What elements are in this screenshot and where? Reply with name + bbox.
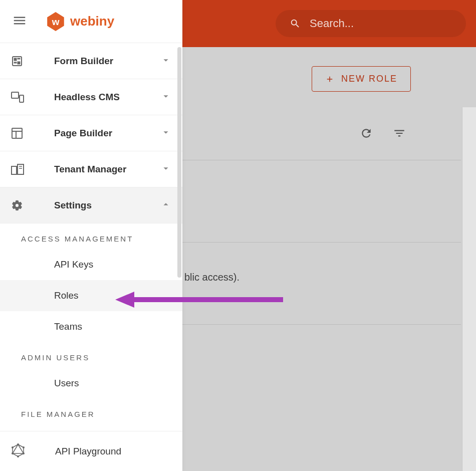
sidebar-item-label: Page Builder bbox=[54, 128, 112, 139]
section-file-manager: FILE MANAGER bbox=[0, 399, 182, 424]
webiny-logo-icon: w bbox=[45, 11, 66, 32]
footer-label: API Playground bbox=[55, 446, 121, 457]
sidebar-item-page-builder[interactable]: Page Builder bbox=[0, 115, 182, 151]
tenant-manager-icon bbox=[11, 164, 25, 175]
sidebar-item-label: Tenant Manager bbox=[54, 164, 126, 175]
svg-rect-5 bbox=[14, 62, 17, 63]
sidebar-header: w webiny bbox=[0, 0, 182, 43]
svg-rect-12 bbox=[12, 166, 17, 174]
hamburger-button[interactable] bbox=[12, 13, 27, 30]
svg-rect-13 bbox=[18, 164, 24, 174]
sidebar-subitem-roles[interactable]: Roles bbox=[0, 280, 182, 311]
sidebar-item-label: Headless CMS bbox=[54, 92, 120, 103]
svg-point-18 bbox=[23, 446, 25, 448]
svg-rect-9 bbox=[12, 128, 22, 138]
svg-text:w: w bbox=[52, 17, 60, 27]
chevron-down-icon bbox=[160, 55, 171, 68]
headless-cms-icon bbox=[11, 92, 25, 103]
form-builder-icon bbox=[11, 55, 25, 67]
chevron-down-icon bbox=[160, 91, 171, 104]
scrollbar[interactable] bbox=[177, 47, 181, 278]
chevron-up-icon bbox=[160, 199, 171, 212]
modal-overlay bbox=[182, 47, 476, 471]
brand-name: webiny bbox=[70, 14, 114, 29]
svg-rect-7 bbox=[12, 92, 19, 98]
svg-rect-4 bbox=[18, 58, 20, 59]
svg-rect-6 bbox=[18, 62, 20, 64]
section-admin-users: ADMIN USERS bbox=[0, 342, 182, 368]
sidebar-subitem-teams[interactable]: Teams bbox=[0, 311, 182, 342]
graphql-icon bbox=[11, 443, 25, 459]
svg-rect-8 bbox=[20, 95, 24, 102]
sidebar-footer-api-playground[interactable]: API Playground bbox=[0, 431, 182, 471]
sidebar-item-form-builder[interactable]: Form Builder bbox=[0, 43, 182, 79]
sidebar-item-headless-cms[interactable]: Headless CMS bbox=[0, 79, 182, 115]
sidebar-item-label: Settings bbox=[54, 200, 92, 211]
gear-icon bbox=[11, 199, 25, 211]
brand-logo[interactable]: w webiny bbox=[45, 11, 114, 32]
svg-point-22 bbox=[12, 446, 14, 448]
svg-rect-3 bbox=[14, 58, 17, 61]
sidebar-subitem-users[interactable]: Users bbox=[0, 368, 182, 399]
sidebar-item-label: Form Builder bbox=[54, 56, 113, 67]
page-builder-icon bbox=[11, 127, 25, 139]
sidebar-item-tenant-manager[interactable]: Tenant Manager bbox=[0, 151, 182, 187]
sidebar: w webiny Form Builder Headless CMS Page … bbox=[0, 0, 182, 471]
sidebar-subitem-api-keys[interactable]: API Keys bbox=[0, 249, 182, 280]
search-icon bbox=[290, 18, 301, 29]
section-access-management: ACCESS MANAGEMENT bbox=[0, 223, 182, 249]
sidebar-item-settings[interactable]: Settings bbox=[0, 187, 182, 223]
search-input[interactable] bbox=[310, 17, 447, 30]
chevron-down-icon bbox=[160, 163, 171, 176]
chevron-down-icon bbox=[160, 127, 171, 140]
svg-point-20 bbox=[17, 455, 19, 457]
search-input-container[interactable] bbox=[276, 10, 466, 37]
